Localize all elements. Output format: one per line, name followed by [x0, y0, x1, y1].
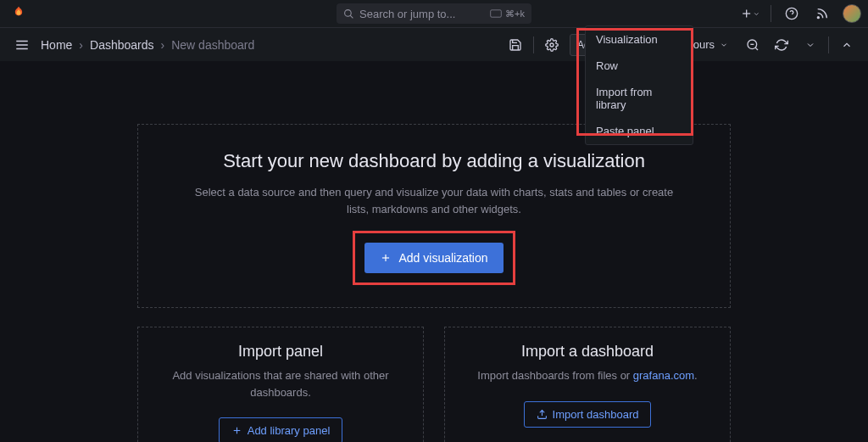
dropdown-item-row[interactable]: Row	[586, 53, 693, 79]
add-icon[interactable]	[740, 3, 760, 24]
svg-point-7	[817, 17, 819, 19]
import-dashboard-desc: Import dashboards from files or grafana.…	[462, 367, 713, 384]
kiosk-icon[interactable]	[836, 34, 858, 56]
svg-rect-2	[491, 10, 502, 17]
add-library-panel-button[interactable]: Add library panel	[219, 417, 343, 442]
svg-line-1	[350, 15, 353, 18]
dropdown-item-import-library[interactable]: Import from library	[586, 79, 693, 118]
import-dashboard-button[interactable]: Import dashboard	[524, 401, 652, 428]
divider	[771, 5, 771, 22]
grafana-logo[interactable]	[7, 2, 31, 25]
search-input[interactable]: Search or jump to... ⌘+k	[337, 3, 531, 24]
plus-icon	[380, 252, 392, 264]
svg-point-0	[345, 9, 352, 16]
search-icon	[343, 8, 354, 20]
search-placeholder: Search or jump to...	[359, 8, 490, 20]
main-subtitle: Select a data source and then query and …	[189, 184, 679, 217]
divider	[828, 36, 829, 53]
save-icon[interactable]	[504, 34, 526, 56]
import-dashboard-card: Import a dashboard Import dashboards fro…	[444, 327, 731, 442]
breadcrumb-sep: ›	[161, 38, 165, 52]
add-dropdown-menu: Visualization Row Import from library Pa…	[585, 25, 693, 145]
import-dashboard-label: Import dashboard	[553, 408, 639, 421]
grafana-link[interactable]: grafana.com	[633, 369, 694, 382]
svg-line-14	[755, 48, 758, 50]
refresh-icon[interactable]	[771, 34, 793, 56]
rss-icon[interactable]	[812, 3, 832, 24]
refresh-interval-chevron[interactable]	[799, 34, 821, 56]
svg-point-11	[550, 43, 554, 47]
main-card: Start your new dashboard by adding a vis…	[137, 124, 731, 308]
search-kbd-hint: ⌘+k	[490, 8, 525, 20]
zoom-out-icon[interactable]	[742, 34, 764, 56]
add-visualization-label: Add visualization	[398, 251, 487, 265]
help-icon[interactable]	[782, 3, 802, 24]
breadcrumb-home[interactable]: Home	[41, 38, 72, 52]
dropdown-item-visualization[interactable]: Visualization	[586, 26, 693, 53]
plus-icon	[231, 425, 242, 436]
import-panel-card: Import panel Add visualizations that are…	[137, 327, 424, 442]
add-library-panel-label: Add library panel	[248, 424, 331, 437]
hamburger-icon[interactable]	[10, 33, 34, 57]
avatar[interactable]	[843, 4, 861, 23]
breadcrumb-sep: ›	[79, 38, 83, 52]
main-title: Start your new dashboard by adding a vis…	[189, 150, 679, 172]
import-panel-desc: Add visualizations that are shared with …	[155, 367, 406, 400]
gear-icon[interactable]	[541, 34, 563, 56]
chevron-down-icon	[720, 41, 728, 49]
breadcrumb-current: New dashboard	[171, 38, 254, 52]
divider	[533, 36, 534, 53]
import-panel-title: Import panel	[155, 343, 406, 361]
breadcrumb-dashboards[interactable]: Dashboards	[90, 38, 154, 52]
dropdown-item-paste-panel[interactable]: Paste panel	[586, 118, 693, 144]
import-dashboard-title: Import a dashboard	[462, 343, 713, 361]
add-visualization-button[interactable]: Add visualization	[364, 243, 503, 273]
upload-icon	[537, 409, 548, 420]
